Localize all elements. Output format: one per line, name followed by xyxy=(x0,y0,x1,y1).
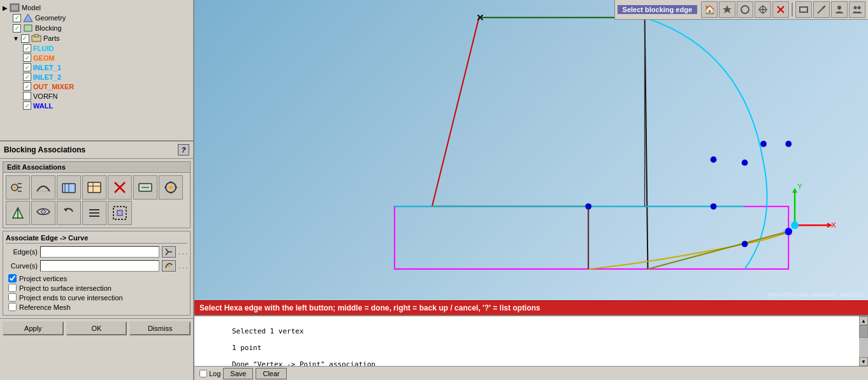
curve-select-btn[interactable] xyxy=(162,260,176,272)
svg-point-38 xyxy=(741,6,749,13)
tree-label-wall: WALL xyxy=(33,102,53,110)
svg-marker-29 xyxy=(64,208,68,212)
tree-item-wall[interactable]: WALL xyxy=(3,101,191,110)
toolbar-user-btn[interactable] xyxy=(831,1,848,18)
assoc-icon-reorder[interactable] xyxy=(82,201,106,225)
tree-label-model: Model xyxy=(22,4,41,11)
clear-button[interactable]: Clear xyxy=(256,368,286,379)
checkbox-reference-mesh-row: Reference Mesh xyxy=(6,303,187,311)
label-project-vertices: Project vertices xyxy=(19,275,67,282)
edge-select-btn[interactable] xyxy=(162,246,176,258)
checkbox-parts[interactable] xyxy=(21,34,29,43)
label-project-surface: Project to surface intersection xyxy=(19,284,112,292)
svg-point-10 xyxy=(13,186,16,189)
svg-point-59 xyxy=(785,141,792,147)
assoc-icon-move[interactable] xyxy=(31,201,55,225)
assoc-icon-edge-surface[interactable] xyxy=(57,175,81,200)
assoc-icon-settings[interactable] xyxy=(133,175,157,200)
curve-dots-btn[interactable]: . . . xyxy=(178,263,187,270)
svg-rect-15 xyxy=(88,182,101,193)
svg-point-48 xyxy=(854,6,857,10)
tree-item-geometry[interactable]: Geometry xyxy=(3,13,191,23)
toolbar-crosshair-btn[interactable] xyxy=(755,1,771,18)
tree-expand-parts: ▼ xyxy=(13,35,19,42)
toolbar-sep1 xyxy=(792,3,793,17)
checkbox-project-vertices[interactable] xyxy=(8,274,17,282)
message-bar: Select Hexa edge with the left button; m… xyxy=(194,300,868,315)
checkbox-out-mixer[interactable] xyxy=(23,82,31,91)
tree-item-vorfn[interactable]: VORFN xyxy=(3,91,191,101)
assoc-icon-box[interactable] xyxy=(108,201,132,225)
edge-label: Edge(s) xyxy=(6,248,38,256)
assoc-icon-delete[interactable] xyxy=(108,175,132,200)
label-project-ends: Project ends to curve intersection xyxy=(19,294,123,302)
checkbox-project-ends[interactable] xyxy=(8,293,17,302)
svg-point-23 xyxy=(169,186,173,189)
assoc-icon-face-surface[interactable] xyxy=(82,175,106,200)
toolbar-home-btn[interactable]: 🏠 xyxy=(701,1,718,18)
toolbar-star-btn[interactable] xyxy=(719,1,735,18)
checkbox-blocking[interactable] xyxy=(13,24,21,33)
checkbox-inlet1[interactable] xyxy=(23,63,31,71)
tree-item-inlet2[interactable]: INLET_2 xyxy=(3,72,191,82)
tree-item-blocking[interactable]: Blocking xyxy=(3,23,191,33)
edge-input[interactable] xyxy=(40,246,159,258)
toolbar-close-btn[interactable] xyxy=(772,1,789,18)
tree-item-inlet1[interactable]: INLET_1 xyxy=(3,62,191,72)
checkbox-geometry[interactable] xyxy=(13,14,21,22)
tree-item-parts[interactable]: ▼ Parts xyxy=(3,33,191,43)
curve-label: Curve(s) xyxy=(6,262,38,270)
help-button[interactable]: ? xyxy=(178,144,189,156)
svg-point-56 xyxy=(711,203,717,210)
svg-rect-1 xyxy=(11,5,18,10)
model-icon xyxy=(10,3,20,12)
checkbox-geom[interactable] xyxy=(23,54,31,62)
console-text[interactable]: Selected 1 vertex 1 point Done "Vertex -… xyxy=(194,316,859,366)
axis-widget: Y X Z xyxy=(782,182,836,236)
checkbox-vorfn[interactable] xyxy=(23,92,31,100)
toolbar-users-btn[interactable] xyxy=(849,1,865,18)
svg-text:X: X xyxy=(831,221,836,229)
ok-button[interactable]: OK xyxy=(66,321,127,335)
toolbar-rect-btn[interactable] xyxy=(795,1,812,18)
toolbar-circle-btn[interactable] xyxy=(737,1,753,18)
checkbox-fluid[interactable] xyxy=(23,44,31,52)
parts-icon xyxy=(31,34,41,43)
tree-item-fluid[interactable]: FLUID xyxy=(3,43,191,53)
edit-assoc-title: Edit Associations xyxy=(3,162,190,173)
console-line-1: Selected 1 vertex xyxy=(232,327,304,335)
tree-item-out-mixer[interactable]: OUT_MIXER xyxy=(3,82,191,91)
checkbox-inlet2[interactable] xyxy=(23,73,31,81)
assoc-icon-project[interactable] xyxy=(6,201,30,225)
dismiss-button[interactable]: Dismiss xyxy=(129,321,191,335)
assoc-icon-edge-curve[interactable] xyxy=(31,175,55,200)
tree-label-blocking: Blocking xyxy=(35,24,62,32)
console-scroll-thumb[interactable] xyxy=(859,325,868,338)
checkbox-wall[interactable] xyxy=(23,101,31,110)
edge-dots-btn[interactable]: . . . xyxy=(178,249,187,256)
tree-item-geom[interactable]: GEOM xyxy=(3,53,191,62)
toolbar-arrow-btn[interactable] xyxy=(813,1,830,18)
log-checkbox-row: Log xyxy=(199,370,221,377)
log-checkbox[interactable] xyxy=(199,370,207,377)
checkbox-project-surface[interactable] xyxy=(8,284,17,292)
save-button[interactable]: Save xyxy=(223,368,253,379)
console-scroll-down-btn[interactable]: ▼ xyxy=(859,357,868,366)
checkbox-reference-mesh[interactable] xyxy=(8,303,17,311)
assoc-icon-vertex-point[interactable] xyxy=(6,175,30,200)
viewport-canvas[interactable]: Y X Z R18.0 https://blog.csdn.net/weixin… xyxy=(194,0,868,300)
console-scroll-up-btn[interactable]: ▲ xyxy=(859,316,868,325)
edit-assoc-section: Edit Associations xyxy=(3,161,191,228)
apply-button[interactable]: Apply xyxy=(3,321,64,335)
curve-input[interactable] xyxy=(40,260,159,272)
assoc-icon-undo[interactable] xyxy=(57,201,81,225)
svg-rect-44 xyxy=(800,7,807,12)
tree-item-model[interactable]: ▶ Model xyxy=(3,3,191,13)
svg-text:Y: Y xyxy=(797,182,802,190)
assoc-icon-snap[interactable] xyxy=(159,175,183,200)
watermark: https://blog.csdn.net/weixin_43861411 xyxy=(768,291,865,298)
blocking-icon xyxy=(23,24,33,33)
svg-rect-34 xyxy=(117,210,122,216)
svg-rect-50 xyxy=(394,207,788,269)
toolbar-area: Select blocking edge 🏠 xyxy=(614,0,868,20)
